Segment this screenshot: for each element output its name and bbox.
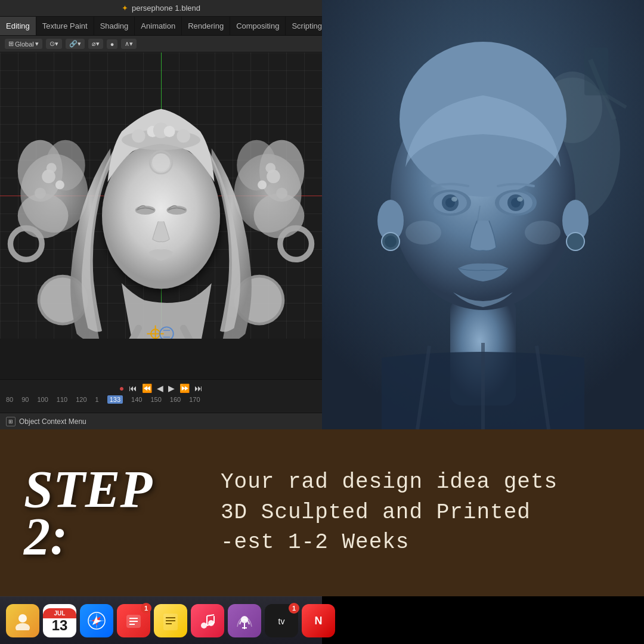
gizmo-button[interactable]: ∧▾ [121,39,137,49]
tab-editing[interactable]: Editing [0,17,36,35]
step-description-container: Your rad design idea gets3D Sculpted and… [215,456,644,569]
context-icon: ⊞ [6,417,16,426]
timeline[interactable]: ● ⏮ ⏪ ◀ ▶ ⏩ ⏭ 80 90 100 110 120 1 133 14… [0,379,322,413]
jump-start-button[interactable]: ⏮ [129,383,137,393]
svg-point-61 [405,221,441,244]
svg-point-30 [152,153,170,171]
appletv-icon: tv [271,614,292,628]
tab-compositing[interactable]: Compositing [230,17,286,35]
step-description: Your rad design idea gets3D Sculpted and… [221,467,620,558]
overlay-button[interactable]: ● [107,39,118,49]
dock-appletv[interactable]: 1 tv [265,604,298,637]
brown-overlay: STEP 2: Your rad design idea gets3D Scul… [0,429,644,596]
step-number: STEP 2: [24,466,203,560]
snap-button[interactable]: 🔗▾ [66,39,85,49]
svg-point-49 [451,197,457,202]
svg-point-54 [517,197,523,202]
tab-shading[interactable]: Shading [94,17,135,35]
tab-rendering[interactable]: Rendering [182,17,230,35]
context-label: Object Context Menu [19,417,86,426]
svg-point-24 [132,129,145,143]
title-bar: ✦ persephone 1.blend [0,0,322,17]
viewport-3d[interactable] [0,52,322,339]
proportional-button[interactable]: ⌀▾ [88,39,103,49]
transform-dropdown[interactable]: ⊞ Global ▾ [5,39,42,49]
dock-news[interactable]: N [302,604,335,637]
svg-point-14 [253,193,304,238]
timeline-controls: ● ⏮ ⏪ ◀ ▶ ⏩ ⏭ [0,380,322,395]
podcasts-icon [235,611,254,630]
blender-panel: ✦ persephone 1.blend Editing Texture Pai… [0,0,322,429]
pivot-button[interactable]: ⊙▾ [46,39,62,49]
svg-point-31 [135,206,156,215]
top-section: ✦ persephone 1.blend Editing Texture Pai… [0,0,644,429]
blender-icon: ✦ [122,4,128,13]
dock: JUL 13 1 [0,596,322,644]
contacts-icon [13,611,32,630]
tab-animation[interactable]: Animation [135,17,182,35]
photo-panel [322,0,644,429]
safari-icon [87,611,106,630]
window-title: persephone 1.blend [132,4,200,13]
svg-point-69 [18,614,27,623]
jump-end-button[interactable]: ⏭ [194,383,203,393]
dock-reminders[interactable]: 1 [117,604,150,637]
sculpted-model [0,58,322,339]
current-frame: 133 [107,395,123,404]
reminders-icon [124,611,143,630]
svg-rect-65 [584,48,608,95]
context-bar: ⊞ Object Context Menu [0,413,322,429]
svg-point-17 [258,180,267,189]
svg-point-7 [47,163,57,173]
music-icon [198,611,217,630]
record-button[interactable]: ● [119,383,124,393]
dock-contacts[interactable] [6,604,39,637]
play-button[interactable]: ▶ [168,383,175,393]
svg-point-58 [385,236,397,247]
svg-point-84 [201,623,207,628]
face-photo [322,0,644,429]
next-frame-button[interactable]: ⏩ [179,383,190,393]
tab-texture-paint[interactable]: Texture Paint [36,17,94,35]
notes-icon [161,611,180,630]
svg-text:tv: tv [278,617,285,626]
appletv-badge: 1 [289,603,299,614]
calendar-icon: JUL 13 [43,604,76,637]
svg-point-8 [10,228,42,260]
tab-scripting[interactable]: Scripting [286,17,322,35]
reminders-badge: 1 [141,603,151,614]
workspace-tabs: Editing Texture Paint Shading Animation … [0,17,322,36]
dock-calendar[interactable]: JUL 13 [43,604,76,637]
dock-podcasts[interactable] [228,604,261,637]
news-icon: N [309,611,328,630]
timeline-track: 80 90 100 110 120 1 133 140 150 160 170 [0,395,322,404]
prev-frame-button[interactable]: ◀ [157,383,163,393]
svg-point-6 [55,180,64,189]
svg-point-5 [35,188,46,199]
svg-text:N: N [315,615,323,627]
svg-line-89 [207,615,214,616]
svg-rect-80 [163,614,178,630]
svg-point-28 [177,129,190,143]
svg-point-70 [16,623,30,630]
viewport-toolbar: ⊞ Global ▾ ⊙▾ 🔗▾ ⌀▾ ● ∧▾ [0,36,322,52]
svg-point-32 [166,206,187,215]
step-back-button[interactable]: ⏪ [142,383,152,393]
step-label-container: STEP 2: [0,454,215,572]
svg-point-60 [566,233,584,250]
svg-point-3 [18,193,69,238]
dock-music[interactable] [191,604,224,637]
bottom-section: STEP 2: Your rad design idea gets3D Scul… [0,429,644,596]
dock-safari[interactable] [80,604,113,637]
calendar-day: 13 [52,618,68,633]
svg-point-27 [164,126,175,137]
svg-point-19 [280,228,312,260]
dock-notes[interactable] [154,604,187,637]
svg-point-16 [276,188,287,199]
svg-point-62 [525,221,561,244]
svg-point-18 [265,163,275,173]
